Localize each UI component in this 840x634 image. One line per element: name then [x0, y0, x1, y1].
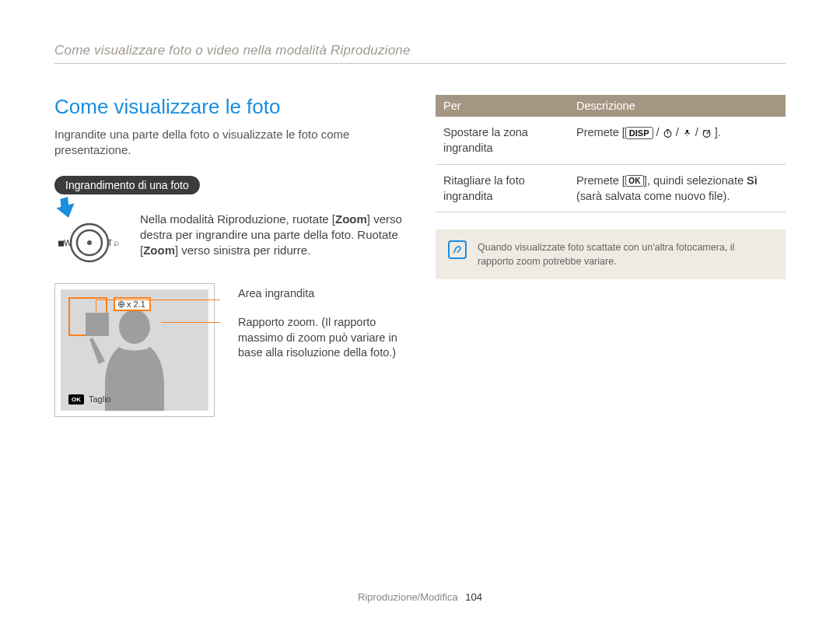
zoom-dial-illustration: ◼ W T ⌕	[54, 210, 124, 268]
zoom-dial-row: ◼ W T ⌕ Nella modalità Riproduzione, ruo…	[54, 210, 404, 268]
zoom-keyword: Zoom	[143, 243, 175, 257]
timer-icon	[663, 126, 676, 138]
callout-ratio: Rapporto zoom. (Il rapporto massimo di z…	[238, 315, 404, 361]
yes-keyword: Sì	[747, 174, 758, 187]
disp-button-label: DISP	[625, 127, 653, 139]
connector-line	[161, 322, 220, 323]
camera-screen-illustration: ⊕ x 2.1 OK Taglio	[54, 283, 215, 417]
zoom-dial-instruction: Nella modalità Riproduzione, ruotate [Zo…	[140, 210, 404, 268]
text-fragment: (sarà salvata come nuovo file).	[576, 190, 730, 202]
self-timer-icon	[702, 126, 715, 138]
crop-hint-bar: OK Taglio	[68, 394, 111, 405]
note-text: Quando visualizzate foto scattate con un…	[478, 240, 773, 268]
footer-page-number: 104	[465, 591, 482, 603]
table-cell-action: Ritagliare la foto ingrandita	[436, 164, 569, 212]
text-fragment: ], quindi selezionate	[644, 174, 747, 187]
controls-table: Per Descrizione Spostare la zona ingrand…	[436, 95, 786, 212]
ok-button-icon: OK	[68, 394, 84, 405]
two-column-layout: Come visualizzare le foto Ingrandite una…	[54, 95, 786, 417]
zoom-keyword: Zoom	[335, 212, 367, 226]
connector-line	[96, 299, 220, 300]
table-cell-desc: Premete [OK], quindi selezionate Sì (sar…	[569, 164, 786, 212]
breadcrumb: Come visualizzare foto o video nella mod…	[54, 43, 786, 64]
intro-text: Ingrandite una parte della foto o visual…	[54, 127, 404, 159]
left-column: Come visualizzare le foto Ingrandite una…	[54, 95, 404, 417]
table-cell-action: Spostare la zona ingrandita	[436, 117, 569, 164]
macro-flower-icon	[682, 126, 695, 138]
text-fragment: ] verso sinistra per ridurre.	[175, 243, 310, 257]
magnify-icon: ⌕	[114, 237, 119, 248]
text-fragment: Premete [	[576, 174, 625, 187]
crop-label: Taglio	[89, 394, 111, 404]
callout-area: Area ingrandita	[238, 286, 404, 302]
note-box: Quando visualizzate foto scattate con un…	[436, 229, 786, 279]
screen-callouts: Area ingrandita Rapporto zoom. (Il rappo…	[238, 283, 404, 417]
page-title: Come visualizzare le foto	[54, 95, 404, 119]
text-fragment: Premete [	[576, 126, 625, 138]
page-footer: Riproduzione/Modifica 104	[0, 591, 840, 603]
text-fragment: ].	[715, 126, 721, 138]
section-heading-pill: Ingrandimento di una foto	[54, 176, 200, 194]
table-cell-desc: Premete [DISP / / / ].	[569, 117, 786, 164]
svg-text:T: T	[107, 238, 113, 247]
enlarged-area-indicator	[68, 297, 107, 336]
svg-point-2	[87, 240, 92, 245]
text-fragment: Nella modalità Riproduzione, ruotate [	[140, 212, 335, 226]
table-header-desc: Descrizione	[569, 95, 786, 117]
manual-page: Come visualizzare foto o video nella mod…	[0, 0, 840, 634]
table-row: Ritagliare la foto ingrandita Premete [O…	[436, 164, 786, 212]
ok-button-label: OK	[625, 175, 644, 187]
svg-text:W: W	[64, 238, 72, 247]
connector-line	[96, 299, 96, 313]
footer-section-name: Riproduzione/Modifica	[358, 591, 458, 603]
note-info-icon	[448, 240, 467, 259]
right-column: Per Descrizione Spostare la zona ingrand…	[436, 95, 786, 417]
table-row: Spostare la zona ingrandita Premete [DIS…	[436, 117, 786, 164]
screen-callouts-row: ⊕ x 2.1 OK Taglio Area ingrandita Rappor…	[54, 283, 404, 417]
table-header-per: Per	[436, 95, 569, 117]
